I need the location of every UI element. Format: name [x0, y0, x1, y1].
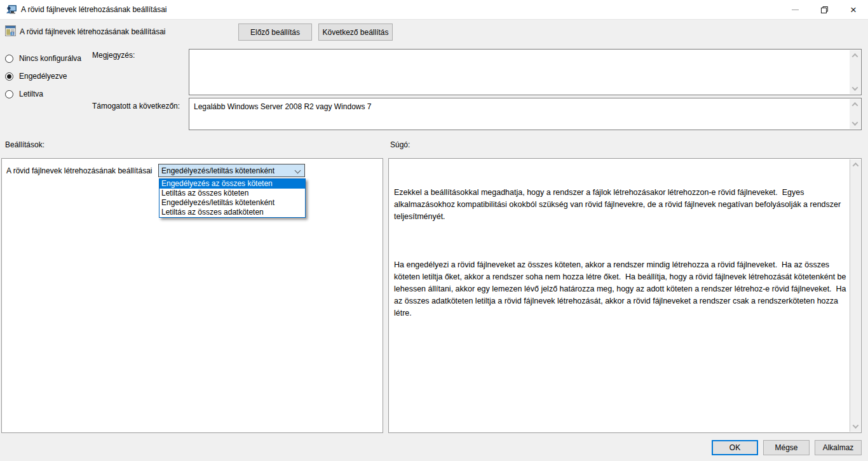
radio-label: Engedélyezve — [19, 72, 67, 81]
supported-on-box: Legalább Windows Server 2008 R2 vagy Win… — [189, 98, 862, 130]
ok-label: OK — [729, 443, 740, 452]
close-icon: × — [850, 4, 857, 15]
next-setting-button[interactable]: Következő beállítás — [318, 23, 393, 41]
scroll-up-icon[interactable] — [850, 159, 861, 170]
svg-text:B: B — [11, 32, 13, 36]
dropdown-option-1[interactable]: Engedélyezés az összes köteten — [159, 179, 305, 189]
previous-setting-label: Előző beállítás — [250, 28, 300, 37]
help-paragraph: Ha engedélyezi a rövid fájlneveket az ös… — [394, 259, 847, 319]
comment-scrollbar[interactable] — [850, 50, 860, 94]
apply-button[interactable]: Alkalmaz — [815, 440, 862, 455]
scroll-down-icon[interactable] — [850, 421, 861, 432]
minimize-icon — [792, 10, 799, 10]
close-button[interactable]: × — [839, 0, 868, 19]
supported-on-value: Legalább Windows Server 2008 R2 vagy Win… — [194, 102, 371, 111]
dropdown-option-4[interactable]: Letiltás az összes adatköteten — [159, 208, 305, 217]
radio-disabled[interactable]: Letiltva — [5, 89, 43, 99]
restore-icon — [821, 6, 828, 13]
setting-combobox[interactable]: Engedélyezés/letiltás kötetenként — [158, 164, 305, 177]
window-title: A rövid fájlnevek létrehozásának beállít… — [21, 5, 166, 14]
policy-setting-icon: B — [5, 25, 16, 36]
radio-label: Letiltva — [19, 90, 43, 98]
app-icon — [6, 4, 17, 15]
dropdown-option-2[interactable]: Letiltás az összes köteten — [159, 189, 305, 198]
combobox-value: Engedélyezés/letiltás kötetenként — [159, 166, 275, 175]
options-section-label: Beállítások: — [5, 140, 44, 149]
minimize-button[interactable] — [780, 0, 810, 19]
previous-setting-button[interactable]: Előző beállítás — [238, 23, 312, 41]
radio-enabled[interactable]: Engedélyezve — [5, 71, 67, 81]
help-panel: Ezekkel a beállításokkal megadhatja, hog… — [388, 158, 862, 433]
next-setting-label: Következő beállítás — [322, 28, 388, 37]
scroll-down-icon[interactable] — [850, 83, 860, 94]
scroll-down-icon[interactable] — [850, 118, 860, 129]
help-scrollbar[interactable] — [850, 159, 860, 432]
scroll-up-icon[interactable] — [850, 99, 860, 110]
setting-title: A rövid fájlnevek létrehozásának beállít… — [20, 27, 165, 36]
cancel-button[interactable]: Mégse — [763, 440, 810, 455]
cancel-label: Mégse — [775, 443, 797, 452]
supported-scrollbar[interactable] — [850, 99, 860, 129]
scroll-up-icon[interactable] — [850, 50, 860, 61]
chevron-down-icon — [295, 168, 301, 174]
radio-icon — [5, 55, 13, 63]
combobox-dropdown: Engedélyezés az összes köteten Letiltás … — [159, 178, 306, 218]
restore-button[interactable] — [810, 0, 839, 19]
setting-name-label: A rövid fájlnevek létrehozásának beállít… — [6, 166, 152, 175]
supported-on-label: Támogatott a következőn: — [92, 102, 180, 110]
title-bar: A rövid fájlnevek létrehozásának beállít… — [0, 0, 868, 19]
help-section-label: Súgó: — [390, 140, 410, 149]
comment-label: Megjegyzés: — [92, 51, 135, 60]
dropdown-option-3[interactable]: Engedélyezés/letiltás kötetenként — [159, 198, 305, 208]
radio-not-configured[interactable]: Nincs konfigurálva — [5, 53, 81, 63]
radio-icon-selected — [5, 72, 13, 81]
ok-button[interactable]: OK — [712, 440, 758, 455]
radio-icon — [5, 90, 13, 98]
radio-label: Nincs konfigurálva — [19, 54, 81, 63]
help-paragraph: Ezekkel a beállításokkal megadhatja, hog… — [394, 187, 847, 223]
help-text: Ezekkel a beállításokkal megadhatja, hog… — [389, 159, 850, 432]
apply-label: Alkalmaz — [823, 443, 854, 452]
comment-textarea[interactable] — [189, 49, 862, 95]
